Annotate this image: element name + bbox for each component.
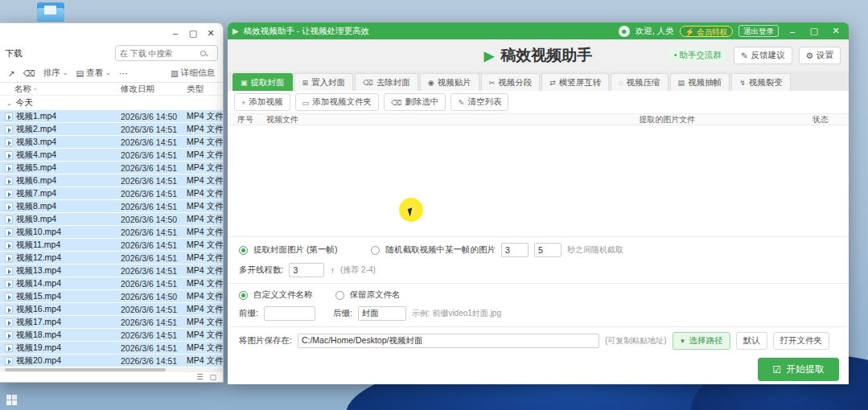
- more-options-button[interactable]: ⋯: [119, 68, 128, 78]
- settings-button[interactable]: ⚙ 设置: [799, 47, 841, 64]
- button-icon: ▭: [302, 98, 310, 107]
- feedback-button[interactable]: ✎ 反馈建议: [734, 47, 792, 64]
- video-table-header: 序号 视频文件 提取的图片文件 状态: [228, 113, 849, 125]
- horizontal-scrollbar[interactable]: [0, 367, 223, 372]
- tab-置入封面[interactable]: ⊞置入封面: [294, 73, 354, 91]
- start-extract-button[interactable]: ☑ 开始提取: [758, 358, 839, 381]
- threads-input[interactable]: [289, 263, 324, 277]
- radio-first-frame[interactable]: [239, 246, 248, 255]
- file-row[interactable]: 视频18.mp4 2026/3/6 14:51 MP4 文件: [0, 329, 223, 342]
- open-folder-button[interactable]: 打开文件夹: [773, 332, 830, 350]
- file-row[interactable]: 视频1.mp4 2026/3/6 14:50 MP4 文件: [0, 110, 223, 123]
- file-row[interactable]: 视频4.mp4 2026/3/6 14:51 MP4 文件: [0, 149, 223, 162]
- file-date: 2026/3/6 14:51: [121, 318, 187, 327]
- extract-options: 提取封面图片 (第一帧) 随机截取视频中某一帧的图片 秒之间随机截取 多开线程数…: [228, 236, 849, 283]
- close-icon[interactable]: ✕: [828, 26, 844, 36]
- file-name: 视频11.mp4: [16, 240, 121, 251]
- app-titlebar: ▶ 稿效视频助手 - 让视频处理更高效 ☻ 欢迎, 人类 ⚡ 会员特权 退出登录…: [228, 23, 849, 39]
- radio-custom-name[interactable]: [239, 291, 248, 300]
- file-row[interactable]: 视频7.mp4 2026/3/6 14:51 MP4 文件: [0, 187, 223, 200]
- explorer-search-box[interactable]: [115, 45, 218, 61]
- file-name: 视频8.mp4: [16, 201, 121, 212]
- tab-提取封面[interactable]: ▣提取封面: [232, 73, 293, 91]
- file-row[interactable]: 视频2.mp4 2026/3/6 14:51 MP4 文件: [0, 123, 223, 136]
- file-row[interactable]: 视频9.mp4 2026/3/6 14:50 MP4 文件: [0, 213, 223, 226]
- file-row[interactable]: 视频15.mp4 2026/3/6 14:50 MP4 文件: [0, 290, 223, 303]
- tab-视频分段[interactable]: ✂视频分段: [481, 73, 541, 91]
- list-view-icon[interactable]: ☰: [196, 373, 203, 381]
- sub-toolbar: +添加视频▭添加视频文件夹⌫删除选中✎清空列表: [228, 91, 849, 113]
- tab-去除封面[interactable]: ⌫去除封面: [355, 73, 418, 91]
- tab-视频裂变[interactable]: ↯视频裂变: [731, 73, 791, 91]
- avatar[interactable]: ☻: [619, 26, 630, 37]
- maximize-icon[interactable]: ▢: [184, 28, 202, 39]
- file-row[interactable]: 视频14.mp4 2026/3/6 14:51 MP4 文件: [0, 277, 223, 290]
- minimize-icon[interactable]: –: [784, 27, 800, 36]
- sort-button[interactable]: 排序 ⌄: [43, 68, 68, 79]
- file-row[interactable]: 视频17.mp4 2026/3/6 14:51 MP4 文件: [0, 316, 223, 329]
- file-row[interactable]: 视频8.mp4 2026/3/6 14:51 MP4 文件: [0, 200, 223, 213]
- radio-random-frame[interactable]: [371, 246, 380, 255]
- file-row[interactable]: 视频13.mp4 2026/3/6 14:51 MP4 文件: [0, 264, 223, 277]
- file-row[interactable]: 视频19.mp4 2026/3/6 14:51 MP4 文件: [0, 342, 223, 355]
- file-row[interactable]: 视频20.mp4 2026/3/6 14:51 MP4 文件: [0, 355, 223, 367]
- file-row[interactable]: 视频16.mp4 2026/3/6 14:51 MP4 文件: [0, 303, 223, 316]
- view-button[interactable]: ▤ 查看 ⌄: [76, 68, 111, 79]
- file-row[interactable]: 视频11.mp4 2026/3/6 14:51 MP4 文件: [0, 239, 223, 252]
- file-name: 视频1.mp4: [16, 111, 121, 122]
- save-path-input[interactable]: [298, 334, 599, 348]
- start-row: ☑ 开始提取: [228, 356, 849, 384]
- file-date: 2026/3/6 14:50: [121, 215, 187, 224]
- details-pane-button[interactable]: ▥ 详细信息: [171, 68, 215, 79]
- toolbar-button-删除选中[interactable]: ⌫删除选中: [384, 93, 446, 111]
- file-row[interactable]: 视频12.mp4 2026/3/6 14:51 MP4 文件: [0, 252, 223, 264]
- suffix-input[interactable]: [358, 306, 406, 321]
- group-label: 今天: [16, 97, 33, 109]
- file-row[interactable]: 视频3.mp4 2026/3/6 14:51 MP4 文件: [0, 136, 223, 149]
- tab-视频抽帧[interactable]: ▤视频抽帧: [670, 73, 730, 91]
- search-input[interactable]: [120, 49, 197, 58]
- vip-badge[interactable]: ⚡ 会员特权: [680, 26, 734, 37]
- toolbar-button-添加视频[interactable]: +添加视频: [234, 93, 290, 111]
- default-path-button[interactable]: 默认: [736, 332, 767, 350]
- mp4-file-icon: [5, 293, 13, 301]
- custom-name-label: 自定义文件名称: [253, 289, 313, 301]
- maximize-icon[interactable]: ▢: [806, 26, 822, 36]
- tab-视频压缩[interactable]: ◌视频压缩: [611, 73, 668, 91]
- video-table-body: [228, 125, 849, 236]
- desktop-folder-icon[interactable]: [32, 2, 69, 23]
- file-row[interactable]: 视频10.mp4 2026/3/6 14:51 MP4 文件: [0, 226, 223, 239]
- file-row[interactable]: 视频5.mp4 2026/3/6 14:51 MP4 文件: [0, 162, 223, 174]
- arrow-up-icon[interactable]: ↑: [330, 265, 335, 275]
- windows-start-icon[interactable]: [6, 395, 17, 405]
- column-date[interactable]: 修改日期: [121, 84, 187, 95]
- toolbar-button-清空列表[interactable]: ✎清空列表: [450, 93, 508, 111]
- logout-button[interactable]: 退出登录: [738, 25, 779, 37]
- mp4-file-icon: [5, 138, 13, 146]
- radio-keep-name[interactable]: [335, 291, 344, 300]
- tab-视频贴片[interactable]: ◉视频贴片: [420, 73, 479, 91]
- close-icon[interactable]: ✕: [202, 28, 220, 39]
- file-row[interactable]: 视频6.mp4 2026/3/6 14:51 MP4 文件: [0, 174, 223, 187]
- column-name[interactable]: 名称 ^: [0, 84, 121, 95]
- range-from-input[interactable]: [501, 243, 529, 257]
- scrollbar-thumb[interactable]: [5, 368, 166, 371]
- prefix-input[interactable]: [264, 306, 315, 321]
- mp4-file-icon: [5, 357, 13, 365]
- toolbar-button-添加视频文件夹[interactable]: ▭添加视频文件夹: [295, 93, 379, 111]
- button-label: 添加视频文件夹: [313, 96, 372, 108]
- choose-path-button[interactable]: ▼ 选择路径: [673, 332, 730, 350]
- thumbnail-view-icon[interactable]: ▢: [209, 373, 216, 381]
- share-icon[interactable]: ↗: [8, 68, 15, 78]
- file-name: 视频13.mp4: [16, 265, 121, 277]
- prefix-label: 前缀:: [239, 308, 258, 319]
- delete-icon[interactable]: ⌫: [23, 68, 35, 78]
- address-path[interactable]: 下载: [5, 47, 23, 59]
- welcome-text: 欢迎, 人类: [636, 26, 674, 37]
- column-type[interactable]: 类型: [187, 84, 223, 95]
- tab-横竖屏互转[interactable]: ⇄横竖屏互转: [541, 73, 609, 91]
- group-header-today[interactable]: ⌄ 今天: [0, 96, 223, 110]
- range-to-input[interactable]: [534, 243, 562, 257]
- assistant-group-link[interactable]: • 助手交流群: [668, 47, 727, 64]
- minimize-icon[interactable]: –: [167, 28, 184, 38]
